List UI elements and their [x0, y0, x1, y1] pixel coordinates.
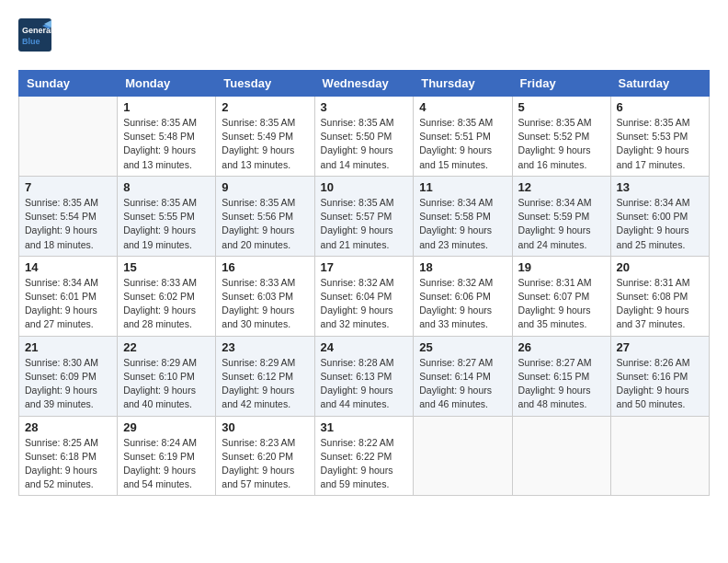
calendar-cell: 20Sunrise: 8:31 AM Sunset: 6:08 PM Dayli… [610, 256, 709, 336]
day-info: Sunrise: 8:35 AM Sunset: 5:48 PM Dayligh… [123, 116, 210, 172]
day-number: 26 [518, 340, 605, 354]
calendar-cell: 21Sunrise: 8:30 AM Sunset: 6:09 PM Dayli… [19, 336, 118, 416]
calendar-cell: 7Sunrise: 8:35 AM Sunset: 5:54 PM Daylig… [19, 176, 118, 256]
calendar-cell: 14Sunrise: 8:34 AM Sunset: 6:01 PM Dayli… [19, 256, 118, 336]
day-number: 18 [419, 260, 506, 274]
weekday-header-tuesday: Tuesday [216, 71, 314, 97]
day-number: 27 [617, 340, 703, 354]
day-info: Sunrise: 8:29 AM Sunset: 6:10 PM Dayligh… [123, 356, 210, 412]
week-row-2: 7Sunrise: 8:35 AM Sunset: 5:54 PM Daylig… [19, 176, 710, 256]
calendar-cell [414, 416, 512, 496]
day-info: Sunrise: 8:29 AM Sunset: 6:12 PM Dayligh… [222, 356, 308, 412]
calendar-cell: 8Sunrise: 8:35 AM Sunset: 5:55 PM Daylig… [118, 176, 216, 256]
week-row-3: 14Sunrise: 8:34 AM Sunset: 6:01 PM Dayli… [19, 256, 710, 336]
day-number: 14 [25, 260, 111, 274]
page-header: General Blue [18, 18, 710, 55]
day-number: 10 [321, 180, 408, 194]
day-info: Sunrise: 8:31 AM Sunset: 6:07 PM Dayligh… [518, 276, 605, 332]
day-number: 29 [123, 420, 210, 434]
day-info: Sunrise: 8:30 AM Sunset: 6:09 PM Dayligh… [25, 356, 111, 412]
day-number: 31 [321, 420, 408, 434]
calendar-cell: 31Sunrise: 8:22 AM Sunset: 6:22 PM Dayli… [314, 416, 414, 496]
day-number: 23 [222, 340, 308, 354]
calendar-cell: 27Sunrise: 8:26 AM Sunset: 6:16 PM Dayli… [610, 336, 709, 416]
day-number: 12 [518, 180, 605, 194]
day-number: 8 [123, 180, 210, 194]
calendar-cell: 23Sunrise: 8:29 AM Sunset: 6:12 PM Dayli… [216, 336, 314, 416]
day-info: Sunrise: 8:26 AM Sunset: 6:16 PM Dayligh… [617, 356, 703, 412]
day-number: 17 [321, 260, 408, 274]
day-number: 30 [222, 420, 308, 434]
day-number: 5 [518, 100, 605, 114]
day-number: 28 [25, 420, 111, 434]
calendar-cell: 12Sunrise: 8:34 AM Sunset: 5:59 PM Dayli… [512, 176, 610, 256]
weekday-header-row: SundayMondayTuesdayWednesdayThursdayFrid… [19, 71, 710, 97]
week-row-5: 28Sunrise: 8:25 AM Sunset: 6:18 PM Dayli… [19, 416, 710, 496]
svg-text:Blue: Blue [22, 37, 40, 46]
calendar-cell: 11Sunrise: 8:34 AM Sunset: 5:58 PM Dayli… [414, 176, 512, 256]
calendar-cell: 30Sunrise: 8:23 AM Sunset: 6:20 PM Dayli… [216, 416, 314, 496]
day-info: Sunrise: 8:33 AM Sunset: 6:03 PM Dayligh… [222, 276, 308, 332]
day-number: 11 [419, 180, 506, 194]
day-info: Sunrise: 8:34 AM Sunset: 6:00 PM Dayligh… [617, 196, 703, 252]
day-number: 2 [222, 100, 308, 114]
calendar-cell: 22Sunrise: 8:29 AM Sunset: 6:10 PM Dayli… [118, 336, 216, 416]
day-info: Sunrise: 8:35 AM Sunset: 5:50 PM Dayligh… [321, 116, 408, 172]
calendar-cell: 4Sunrise: 8:35 AM Sunset: 5:51 PM Daylig… [414, 97, 512, 177]
calendar-cell: 28Sunrise: 8:25 AM Sunset: 6:18 PM Dayli… [19, 416, 118, 496]
day-info: Sunrise: 8:33 AM Sunset: 6:02 PM Dayligh… [123, 276, 210, 332]
calendar-cell: 16Sunrise: 8:33 AM Sunset: 6:03 PM Dayli… [216, 256, 314, 336]
day-info: Sunrise: 8:34 AM Sunset: 5:58 PM Dayligh… [419, 196, 506, 252]
day-number: 13 [617, 180, 703, 194]
week-row-4: 21Sunrise: 8:30 AM Sunset: 6:09 PM Dayli… [19, 336, 710, 416]
calendar-cell: 9Sunrise: 8:35 AM Sunset: 5:56 PM Daylig… [216, 176, 314, 256]
weekday-header-friday: Friday [512, 71, 610, 97]
calendar-cell [512, 416, 610, 496]
calendar-cell: 6Sunrise: 8:35 AM Sunset: 5:53 PM Daylig… [610, 97, 709, 177]
day-info: Sunrise: 8:35 AM Sunset: 5:55 PM Dayligh… [123, 196, 210, 252]
logo-icon: General Blue [18, 18, 51, 52]
day-number: 6 [617, 100, 703, 114]
calendar-cell: 10Sunrise: 8:35 AM Sunset: 5:57 PM Dayli… [314, 176, 414, 256]
day-info: Sunrise: 8:27 AM Sunset: 6:15 PM Dayligh… [518, 356, 605, 412]
day-info: Sunrise: 8:35 AM Sunset: 5:57 PM Dayligh… [321, 196, 408, 252]
day-number: 9 [222, 180, 308, 194]
calendar-cell: 26Sunrise: 8:27 AM Sunset: 6:15 PM Dayli… [512, 336, 610, 416]
calendar-cell: 2Sunrise: 8:35 AM Sunset: 5:49 PM Daylig… [216, 97, 314, 177]
calendar-cell: 18Sunrise: 8:32 AM Sunset: 6:06 PM Dayli… [414, 256, 512, 336]
calendar-cell: 3Sunrise: 8:35 AM Sunset: 5:50 PM Daylig… [314, 97, 414, 177]
day-info: Sunrise: 8:35 AM Sunset: 5:56 PM Dayligh… [222, 196, 308, 252]
calendar-cell: 1Sunrise: 8:35 AM Sunset: 5:48 PM Daylig… [118, 97, 216, 177]
weekday-header-sunday: Sunday [19, 71, 118, 97]
day-info: Sunrise: 8:35 AM Sunset: 5:54 PM Dayligh… [25, 196, 111, 252]
calendar-table: SundayMondayTuesdayWednesdayThursdayFrid… [18, 70, 710, 496]
week-row-1: 1Sunrise: 8:35 AM Sunset: 5:48 PM Daylig… [19, 97, 710, 177]
logo: General Blue [18, 18, 51, 55]
day-number: 15 [123, 260, 210, 274]
calendar-cell: 15Sunrise: 8:33 AM Sunset: 6:02 PM Dayli… [118, 256, 216, 336]
day-info: Sunrise: 8:28 AM Sunset: 6:13 PM Dayligh… [321, 356, 408, 412]
day-info: Sunrise: 8:35 AM Sunset: 5:52 PM Dayligh… [518, 116, 605, 172]
calendar-cell [610, 416, 709, 496]
day-info: Sunrise: 8:35 AM Sunset: 5:51 PM Dayligh… [419, 116, 506, 172]
calendar-cell [19, 97, 118, 177]
day-info: Sunrise: 8:31 AM Sunset: 6:08 PM Dayligh… [617, 276, 703, 332]
day-number: 19 [518, 260, 605, 274]
calendar-cell: 5Sunrise: 8:35 AM Sunset: 5:52 PM Daylig… [512, 97, 610, 177]
weekday-header-thursday: Thursday [414, 71, 512, 97]
calendar-cell: 25Sunrise: 8:27 AM Sunset: 6:14 PM Dayli… [414, 336, 512, 416]
calendar-cell: 29Sunrise: 8:24 AM Sunset: 6:19 PM Dayli… [118, 416, 216, 496]
day-info: Sunrise: 8:23 AM Sunset: 6:20 PM Dayligh… [222, 436, 308, 492]
calendar-cell: 17Sunrise: 8:32 AM Sunset: 6:04 PM Dayli… [314, 256, 414, 336]
day-number: 1 [123, 100, 210, 114]
day-number: 4 [419, 100, 506, 114]
day-info: Sunrise: 8:25 AM Sunset: 6:18 PM Dayligh… [25, 436, 111, 492]
day-info: Sunrise: 8:34 AM Sunset: 6:01 PM Dayligh… [25, 276, 111, 332]
day-number: 16 [222, 260, 308, 274]
day-number: 7 [25, 180, 111, 194]
day-info: Sunrise: 8:34 AM Sunset: 5:59 PM Dayligh… [518, 196, 605, 252]
day-info: Sunrise: 8:32 AM Sunset: 6:06 PM Dayligh… [419, 276, 506, 332]
day-number: 20 [617, 260, 703, 274]
day-info: Sunrise: 8:35 AM Sunset: 5:53 PM Dayligh… [617, 116, 703, 172]
day-info: Sunrise: 8:24 AM Sunset: 6:19 PM Dayligh… [123, 436, 210, 492]
